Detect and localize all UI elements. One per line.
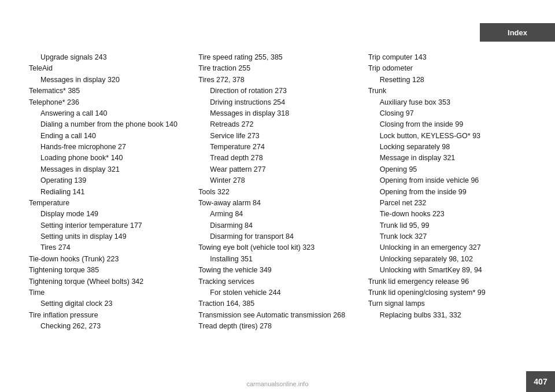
- index-entry: Tires 274: [29, 242, 187, 253]
- index-entry: Traction 164, 385: [198, 298, 356, 309]
- index-entry: Trunk lock 327: [368, 231, 526, 242]
- index-entry: Closing from the inside 99: [368, 119, 526, 130]
- index-entry: Lock button, KEYLESS-GO* 93: [368, 131, 526, 142]
- index-entry: Arming 84: [198, 209, 356, 220]
- index-entry: Unlocking in an emergency 327: [368, 242, 526, 253]
- index-entry: Tire speed rating 255, 385: [198, 52, 356, 63]
- index-entry: Opening 95: [368, 164, 526, 175]
- index-entry: Tightening torque (Wheel bolts) 342: [29, 276, 187, 287]
- column-2: Tire speed rating 255, 385Tire traction …: [198, 52, 368, 363]
- index-entry: Disarming for transport 84: [198, 231, 356, 242]
- index-entry: Tie-down hooks (Trunk) 223: [29, 254, 187, 265]
- column-3: Trip computer 143Trip odometerResetting …: [368, 52, 526, 363]
- index-entry: Resetting 128: [368, 75, 526, 86]
- index-entry: Retreads 272: [198, 119, 356, 130]
- index-entry: For stolen vehicle 244: [198, 287, 356, 298]
- index-entry: Tow-away alarm 84: [198, 198, 356, 209]
- index-entry: Telephone* 236: [29, 97, 187, 108]
- index-entry: Transmission see Automatic transmission …: [198, 310, 356, 321]
- index-entry: Replacing bulbs 331, 332: [368, 310, 526, 321]
- index-entry: Tightening torque 385: [29, 265, 187, 276]
- index-entry: Closing 97: [368, 108, 526, 119]
- index-entry: Tread depth 278: [198, 153, 356, 164]
- index-entry: Trip odometer: [368, 63, 526, 74]
- index-entry: Upgrade signals 243: [29, 52, 187, 63]
- index-entry: Wear pattern 277: [198, 164, 356, 175]
- index-entry: Auxiliary fuse box 353: [368, 97, 526, 108]
- index-entry: Loading phone book* 140: [29, 153, 187, 164]
- index-entry: Redialing 141: [29, 187, 187, 198]
- index-entry: Trunk lid emergency release 96: [368, 276, 526, 287]
- index-entry: Opening from inside vehicle 96: [368, 175, 526, 186]
- watermark: carmanualsonline.info: [246, 380, 308, 387]
- index-entry: Messages in display 318: [198, 108, 356, 119]
- index-entry: Service life 273: [198, 131, 356, 142]
- index-entry: Locking separately 98: [368, 142, 526, 153]
- index-entry: Messages in display 320: [29, 75, 187, 86]
- index-entry: Disarming 84: [198, 220, 356, 231]
- index-entry: Tools 322: [198, 187, 356, 198]
- index-entry: Display mode 149: [29, 209, 187, 220]
- index-entry: Turn signal lamps: [368, 298, 526, 309]
- index-entry: Trunk lid 95, 99: [368, 220, 526, 231]
- index-entry: Time: [29, 287, 187, 298]
- index-entry: Tracking services: [198, 276, 356, 287]
- index-entry: Driving instructions 254: [198, 97, 356, 108]
- index-entry: Trunk lid opening/closing system* 99: [368, 287, 526, 298]
- index-entry: Towing the vehicle 349: [198, 265, 356, 276]
- index-entry: Parcel net 232: [368, 198, 526, 209]
- index-entry: Unlocking with SmartKey 89, 94: [368, 265, 526, 276]
- index-entry: Tires 272, 378: [198, 75, 356, 86]
- index-entry: Temperature: [29, 198, 187, 209]
- index-entry: Tire inflation pressure: [29, 310, 187, 321]
- index-entry: Setting interior temperature 177: [29, 220, 187, 231]
- index-entry: Tread depth (tires) 278: [198, 321, 356, 332]
- index-entry: Direction of rotation 273: [198, 86, 356, 97]
- index-entry: Unlocking separately 98, 102: [368, 254, 526, 265]
- content-area: Upgrade signals 243TeleAidMessages in di…: [29, 52, 526, 363]
- index-entry: Opening from the inside 99: [368, 187, 526, 198]
- column-1: Upgrade signals 243TeleAidMessages in di…: [29, 52, 198, 363]
- index-entry: Winter 278: [198, 175, 356, 186]
- index-entry: Operating 139: [29, 175, 187, 186]
- index-entry: Messages in display 321: [29, 164, 187, 175]
- index-entry: Ending a call 140: [29, 131, 187, 142]
- index-entry: Dialing a number from the phone book 140: [29, 119, 187, 130]
- index-entry: Installing 351: [198, 254, 356, 265]
- index-entry: Setting digital clock 23: [29, 298, 187, 309]
- index-entry: Towing eye bolt (vehicle tool kit) 323: [198, 242, 356, 253]
- index-entry: Checking 262, 273: [29, 321, 187, 332]
- index-entry: Answering a call 140: [29, 108, 187, 119]
- index-entry: Hands-free microphone 27: [29, 142, 187, 153]
- index-entry: Telematics* 385: [29, 86, 187, 97]
- page-badge: 407: [526, 371, 555, 392]
- index-entry: Temperature 274: [198, 142, 356, 153]
- index-entry: TeleAid: [29, 63, 187, 74]
- index-tab: Index: [480, 23, 555, 42]
- index-entry: Tire traction 255: [198, 63, 356, 74]
- index-entry: Tie-down hooks 223: [368, 209, 526, 220]
- index-entry: Trip computer 143: [368, 52, 526, 63]
- page-number: 407: [534, 377, 547, 386]
- index-entry: Trunk: [368, 86, 526, 97]
- index-entry: Message in display 321: [368, 153, 526, 164]
- index-tab-label: Index: [508, 28, 527, 37]
- index-entry: Setting units in display 149: [29, 231, 187, 242]
